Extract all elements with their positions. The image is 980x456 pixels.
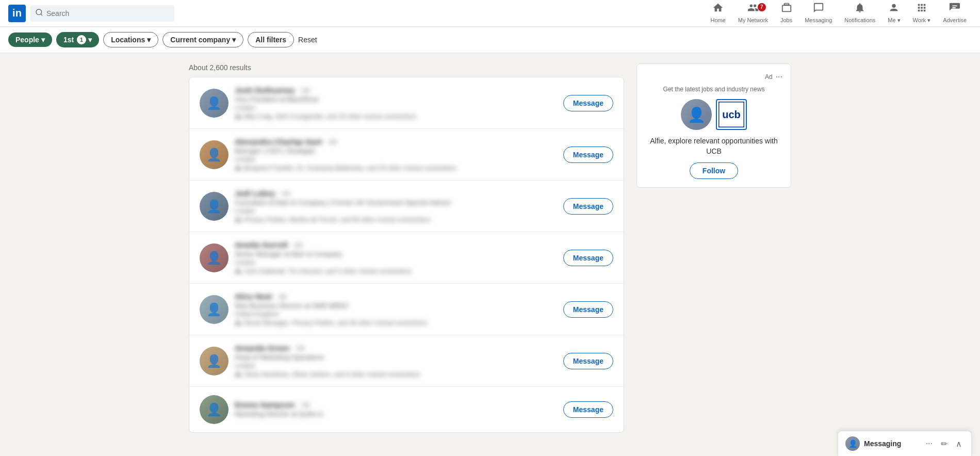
table-row: 👤 Amelia Gorrell · 1st Senior Manager at…	[189, 232, 624, 284]
connection-badge: · 1st	[293, 345, 305, 352]
main-content: About 2,600 results 👤 Josh Duthueney · 1…	[181, 53, 799, 443]
person-location: London	[235, 259, 557, 266]
person-silhouette-icon: 👤	[206, 251, 222, 265]
person-location: London	[235, 104, 557, 111]
ad-cta-text: Get the latest jobs and industry news	[645, 86, 782, 93]
ad-logos: 👤 ucb	[645, 99, 782, 130]
nav-notifications[interactable]: Notifications	[839, 0, 880, 27]
filter-bar: People ▾ 1st 1 ▾ Locations ▾ Current com…	[0, 27, 980, 53]
mutual-connections: Nicole Monagan, Privacy Prather, and 36 …	[235, 319, 557, 327]
network-badge: 7	[758, 3, 766, 11]
person-name: Amanda Green · 1st	[235, 344, 557, 352]
nav-advertise[interactable]: Advertise	[938, 0, 972, 27]
avatar: 👤	[200, 347, 228, 376]
nav-advertise-label: Advertise	[943, 17, 967, 23]
search-input[interactable]	[46, 9, 169, 18]
mutual-connections: Benjamin Franklin, Dr. Anastasia Bailein…	[235, 165, 557, 172]
mutual-connections: Privacy Prather, Martha de Ferrari, and …	[235, 216, 557, 223]
connection-badge: · 1st	[298, 401, 310, 409]
nav-messaging-label: Messaging	[805, 17, 832, 23]
message-button[interactable]: Message	[563, 301, 613, 318]
people-filter-button[interactable]: People ▾	[8, 32, 52, 47]
nav-me-label: Me ▾	[888, 17, 900, 24]
person-info: Alexandra Charlap Sant · 1st Manager | C…	[235, 137, 557, 172]
home-icon	[712, 2, 724, 16]
person-info: Amelia Gorrell · 1st Senior Manager at B…	[235, 240, 557, 275]
message-button[interactable]: Message	[563, 250, 613, 266]
nav-home[interactable]: Home	[705, 0, 730, 27]
avatar: 👤	[200, 243, 228, 272]
ad-more-button[interactable]: ···	[776, 72, 782, 82]
results-section: About 2,600 results 👤 Josh Duthueney · 1…	[189, 63, 624, 433]
avatar: 👤	[200, 89, 228, 118]
person-location: United Kingdom	[235, 311, 557, 318]
all-filters-label: All filters	[255, 36, 286, 44]
current-company-filter-button[interactable]: Current company ▾	[162, 32, 243, 47]
message-button[interactable]: Message	[563, 353, 613, 369]
person-info: Jodi Labey · 1st Consultant at Bain & Co…	[235, 189, 557, 223]
follow-button[interactable]: Follow	[690, 162, 738, 179]
svg-text:ucb: ucb	[722, 109, 741, 120]
work-icon	[916, 2, 927, 16]
message-button[interactable]: Message	[563, 198, 613, 215]
nav-messaging[interactable]: Messaging	[799, 0, 837, 27]
person-name: Alice Neal · 1st	[235, 292, 557, 301]
person-silhouette-icon: 👤	[206, 354, 222, 368]
first-degree-filter-button[interactable]: 1st 1 ▾	[56, 32, 99, 47]
message-button[interactable]: Message	[563, 146, 613, 163]
person-location: London	[235, 156, 557, 163]
messaging-avatar: 👤	[845, 436, 860, 451]
person-info: Alice Neal · 1st New Business Director a…	[235, 292, 557, 327]
message-button[interactable]: Message	[563, 401, 613, 418]
ad-person-avatar: 👤	[681, 99, 712, 130]
ad-header: Ad ···	[645, 72, 782, 82]
nav-network[interactable]: 7 My Network	[733, 0, 773, 27]
messaging-more-button[interactable]: ···	[924, 438, 935, 449]
messaging-compose-button[interactable]: ✏	[939, 438, 950, 450]
mutual-connections: Billy Craig, Seth Cocaganeth, and 18 oth…	[235, 113, 557, 120]
messaging-label: Messaging	[864, 439, 920, 448]
svg-point-0	[36, 9, 42, 15]
results-count: About 2,600 results	[189, 63, 624, 72]
person-location: London	[235, 362, 557, 369]
reset-label: Reset	[298, 36, 317, 44]
messaging-actions: ··· ✏ ∧	[924, 438, 964, 450]
nav-jobs-label: Jobs	[780, 17, 792, 23]
messaging-collapse-button[interactable]: ∧	[954, 438, 964, 450]
svg-point-2	[892, 4, 896, 7]
all-filters-button[interactable]: All filters	[248, 32, 294, 47]
results-list: 👤 Josh Duthueney · 1st Vice President at…	[189, 77, 624, 433]
person-title: Head of Marketing Operations	[235, 353, 557, 361]
reset-button[interactable]: Reset	[298, 36, 317, 44]
message-button[interactable]: Message	[563, 95, 613, 111]
person-name: Alexandra Charlap Sant · 1st	[235, 137, 557, 146]
me-icon	[888, 2, 900, 16]
notifications-icon	[854, 2, 865, 16]
locations-filter-button[interactable]: Locations ▾	[103, 32, 158, 47]
person-title: Manager | CEO | Strategist	[235, 147, 557, 155]
person-title: New Business Director at OMD BBDO	[235, 302, 557, 310]
people-dropdown-icon: ▾	[41, 36, 45, 44]
connection-badge: · 1st	[275, 293, 287, 300]
nav-me[interactable]: Me ▾	[883, 0, 905, 27]
network-icon	[747, 2, 759, 16]
first-dropdown-icon: ▾	[88, 36, 92, 44]
person-info: Amanda Green · 1st Head of Marketing Ope…	[235, 344, 557, 378]
connection-badge: · 1st	[278, 190, 290, 197]
avatar: 👤	[200, 192, 228, 221]
table-row: 👤 Amanda Green · 1st Head of Marketing O…	[189, 335, 624, 387]
search-bar[interactable]	[30, 5, 174, 22]
nav-work-label: Work ▾	[913, 17, 931, 24]
person-name: Jodi Labey · 1st	[235, 189, 557, 198]
jobs-icon	[781, 2, 792, 16]
person-info: Emma Sampson · 1st Marketing Director at…	[235, 400, 557, 419]
person-silhouette-icon: 👤	[206, 302, 222, 317]
linkedin-logo[interactable]: in	[8, 5, 26, 22]
header: in Home 7 My Network	[0, 0, 980, 27]
nav-network-label: My Network	[738, 17, 768, 23]
nav-work[interactable]: Work ▾	[908, 0, 936, 27]
connection-badge: · 1st	[298, 87, 310, 94]
person-name: Josh Duthueney · 1st	[235, 86, 557, 94]
nav-jobs[interactable]: Jobs	[775, 0, 797, 27]
messaging-bar: 👤 Messaging ··· ✏ ∧	[838, 431, 972, 456]
